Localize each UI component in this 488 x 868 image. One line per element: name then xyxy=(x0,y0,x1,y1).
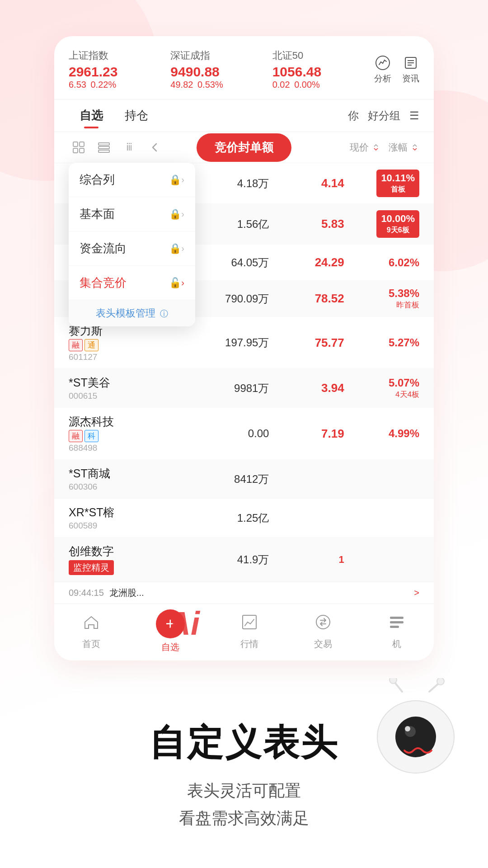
stock-change-1: 10.11% 首板 xyxy=(344,170,419,197)
stock-price-2: 5.83 xyxy=(269,217,344,231)
svg-rect-8 xyxy=(80,148,84,153)
ticker-bar: 09:44:15 龙洲股... > xyxy=(54,582,434,604)
stock-price-1: 4.14 xyxy=(269,176,344,190)
tab-you[interactable]: 你 xyxy=(348,108,359,123)
arrow-left-icon[interactable] xyxy=(145,137,164,157)
lock-icon-1: 🔒 xyxy=(169,174,181,186)
tab-bar: 自选 持仓 你 好分组 ☰ xyxy=(54,99,434,132)
table-row[interactable]: 创维数字 监控精灵 41.9万 1 xyxy=(54,538,434,582)
ai-label: Ai xyxy=(167,605,200,642)
price-col-header: 现价 xyxy=(350,141,369,154)
table-row[interactable]: *ST美谷 000615 9981万 3.94 5.07% 4天4板 xyxy=(54,369,434,408)
svg-rect-10 xyxy=(99,146,109,149)
change-col-header: 涨幅 xyxy=(389,141,408,154)
dropdown-flow-label: 资金流向 xyxy=(80,241,165,256)
svg-rect-9 xyxy=(99,143,109,145)
nav-watchlist-label: 自选 xyxy=(161,641,179,653)
tab-group[interactable]: 好分组 xyxy=(368,108,400,123)
svg-point-18 xyxy=(389,678,397,684)
header-icons: 分析 资讯 xyxy=(374,55,419,85)
table-row[interactable]: *ST商城 600306 8412万 xyxy=(54,460,434,499)
tag-ke: 科 xyxy=(84,430,99,442)
table-row[interactable]: 源杰科技 融 科 688498 0.00 7.19 4.99% xyxy=(54,408,434,460)
ticker-time: 09:44:15 xyxy=(69,588,104,598)
chevron-right-icon-3: › xyxy=(181,243,184,254)
home-icon xyxy=(82,613,100,635)
svg-rect-7 xyxy=(73,148,78,153)
index-shanghai-value: 2961.23 xyxy=(69,64,163,80)
index-shenzhen: 深证成指 9490.88 49.82 0.53% xyxy=(170,49,265,90)
sub-title-1: 表头灵活可配置 看盘需求高效满足 xyxy=(27,777,461,832)
nav-home-label: 首页 xyxy=(82,638,100,650)
chevron-right-icon-2: › xyxy=(181,209,184,219)
menu-icon[interactable]: ☰ xyxy=(409,109,419,122)
svg-rect-6 xyxy=(80,142,84,146)
svg-rect-14 xyxy=(390,617,404,619)
dropdown-composite-label: 综合列 xyxy=(80,172,165,188)
stock-change-4: 5.38% 昨首板 xyxy=(344,287,419,310)
nav-more[interactable]: 机 xyxy=(388,613,406,650)
layout-icon-2[interactable] xyxy=(94,137,114,157)
news-button[interactable]: 资讯 xyxy=(402,55,419,85)
nav-trade[interactable]: 交易 xyxy=(314,613,332,650)
ticker-arrow: > xyxy=(414,588,419,598)
nav-market[interactable]: 行情 xyxy=(240,613,258,650)
index-beijing-label: 北证50 xyxy=(272,49,367,62)
svg-rect-5 xyxy=(73,142,78,146)
svg-rect-12 xyxy=(243,615,256,629)
index-shenzhen-label: 深证成指 xyxy=(170,49,265,62)
tag-rong-2: 融 xyxy=(69,430,83,442)
stock-change-3: 6.02% xyxy=(344,256,419,269)
svg-point-13 xyxy=(316,615,330,629)
dropdown-item-composite[interactable]: 综合列 🔒 › xyxy=(69,163,195,197)
index-beijing-change: 0.02 0.00% xyxy=(272,80,367,90)
stock-price-3: 24.29 xyxy=(269,255,344,269)
trade-icon xyxy=(314,613,332,635)
index-shenzhen-change: 49.82 0.53% xyxy=(170,80,265,90)
nav-market-label: 行情 xyxy=(240,638,258,650)
index-shanghai-label: 上证指数 xyxy=(69,49,163,62)
monitor-badge: 监控精灵 xyxy=(69,560,114,575)
dropdown-item-fundamental[interactable]: 基本面 🔒 › xyxy=(69,197,195,231)
svg-rect-15 xyxy=(390,621,404,623)
chart-icon xyxy=(240,613,258,635)
svg-point-20 xyxy=(437,678,444,685)
tab-holding[interactable]: 持仓 xyxy=(114,99,159,132)
lock-icon-2: 🔒 xyxy=(169,208,181,220)
dropdown-footer[interactable]: 表头模板管理 ⓘ xyxy=(69,300,195,326)
index-beijing-value: 1056.48 xyxy=(272,64,367,80)
dropdown-auction-label: 集合竞价 xyxy=(80,275,165,291)
lock-icon-4: 🔓 xyxy=(169,277,181,289)
jingpai-button[interactable]: 竞价封单额 xyxy=(197,133,291,162)
analysis-button[interactable]: 分析 xyxy=(374,55,391,85)
chevron-right-icon-1: › xyxy=(181,175,184,185)
lock-icon-3: 🔒 xyxy=(169,243,181,255)
analysis-label: 分析 xyxy=(374,73,391,85)
dropdown-item-flow[interactable]: 资金流向 🔒 › xyxy=(69,231,195,266)
toolbar-row: ⅲ 竞价封单额 现价 涨幅 xyxy=(54,132,434,163)
table-row[interactable]: XR*ST榕 600589 1.25亿 xyxy=(54,499,434,538)
svg-rect-11 xyxy=(99,150,109,152)
index-shanghai-change: 6.53 0.22% xyxy=(69,80,163,90)
svg-rect-16 xyxy=(390,626,399,628)
dropdown-menu: 综合列 🔒 › 基本面 🔒 › 资金流向 🔒 › 集合竞价 🔓 › 表头模板管理… xyxy=(69,163,195,326)
market-header: 上证指数 2961.23 6.53 0.22% 深证成指 9490.88 49.… xyxy=(54,36,434,99)
ticker-name: 龙洲股... xyxy=(109,587,144,599)
tag-rong: 融 xyxy=(69,339,83,351)
tab-watchlist[interactable]: 自选 xyxy=(69,99,114,132)
svg-point-24 xyxy=(405,726,410,731)
index-shanghai: 上证指数 2961.23 6.53 0.22% xyxy=(69,49,163,90)
stock-price-4: 78.52 xyxy=(269,292,344,306)
dropdown-item-auction[interactable]: 集合竞价 🔓 › xyxy=(69,266,195,300)
app-card: 上证指数 2961.23 6.53 0.22% 深证成指 9490.88 49.… xyxy=(54,36,434,660)
chevron-right-icon-4: › xyxy=(181,278,184,288)
layout-icon-1[interactable] xyxy=(69,137,89,157)
nav-home[interactable]: 首页 xyxy=(82,613,100,650)
stock-change-2: 10.00% 9天6板 xyxy=(344,210,419,238)
info-icon: ⓘ xyxy=(160,309,168,318)
dropdown-fundamental-label: 基本面 xyxy=(80,206,165,222)
mascot xyxy=(371,678,461,778)
columns-icon[interactable]: ⅲ xyxy=(119,137,139,157)
bottom-nav: 首页 + 自选 行情 xyxy=(54,604,434,660)
index-shenzhen-value: 9490.88 xyxy=(170,64,265,80)
